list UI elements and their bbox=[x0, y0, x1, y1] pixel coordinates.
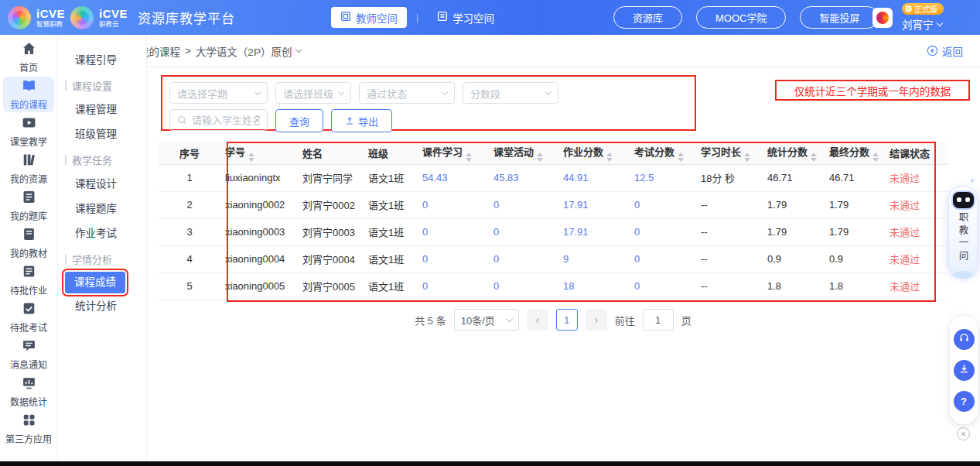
sidebar-item[interactable]: 待批作业 bbox=[3, 262, 54, 298]
sidebar-item[interactable]: 我的课程 bbox=[3, 77, 54, 112]
column-header[interactable]: 课堂活动 bbox=[489, 142, 558, 164]
pagination: 共 5 条 10条/页 ‹ 1 › 前往 页 bbox=[159, 309, 948, 331]
chevron-down-icon bbox=[442, 88, 448, 94]
sidebar-item[interactable]: 第三方应用 bbox=[3, 411, 54, 447]
column-header[interactable]: 学习时长 bbox=[696, 142, 763, 164]
sidebar-item[interactable]: 我的教材 bbox=[3, 225, 54, 261]
score-link-cell[interactable]: 0 bbox=[630, 218, 696, 245]
sort-icon[interactable] bbox=[744, 152, 750, 162]
sort-icon[interactable] bbox=[537, 152, 543, 162]
score-link-cell[interactable]: 0 bbox=[489, 272, 558, 300]
nav-pill[interactable]: 智能投屏 bbox=[800, 6, 879, 29]
class-select[interactable]: 请选择班级 bbox=[275, 82, 351, 104]
nav-pill[interactable]: 资源库 bbox=[613, 6, 682, 29]
filter-area-annotation-box: 请选择学期 请选择班级 通过状态 分数段 bbox=[161, 75, 696, 131]
page-number-button[interactable]: 1 bbox=[556, 309, 578, 331]
pass-status-select[interactable]: 通过状态 bbox=[359, 82, 455, 104]
sidebar-item[interactable]: 待批考试 bbox=[3, 300, 54, 335]
score-link-cell[interactable]: 0 bbox=[489, 218, 558, 245]
column-header[interactable]: 考试分数 bbox=[630, 142, 696, 164]
score-link-cell[interactable]: 17.91 bbox=[558, 218, 630, 245]
submenu-item[interactable]: 统计分析 bbox=[58, 295, 146, 318]
score-link-cell[interactable]: 0 bbox=[489, 191, 558, 218]
score-link-cell[interactable]: 0 bbox=[418, 218, 489, 245]
submenu-item[interactable]: 班级管理 bbox=[58, 123, 146, 146]
download-button[interactable] bbox=[954, 360, 975, 381]
score-link-cell[interactable]: 0 bbox=[418, 272, 489, 300]
export-button[interactable]: 导出 bbox=[331, 109, 392, 132]
score-link-cell[interactable]: 9 bbox=[558, 245, 630, 272]
submenu-item[interactable]: 作业考试 bbox=[58, 222, 146, 245]
score-range-select[interactable]: 分数段 bbox=[463, 82, 558, 104]
sort-icon[interactable] bbox=[606, 152, 613, 162]
assistant-label: 职教一问 bbox=[956, 212, 971, 263]
sort-icon[interactable] bbox=[811, 152, 817, 162]
score-link-cell[interactable]: 0 bbox=[630, 245, 696, 272]
submenu-item[interactable]: 课程管理 bbox=[58, 98, 146, 122]
search-icon bbox=[177, 115, 187, 125]
score-link-cell[interactable]: 17.91 bbox=[558, 191, 630, 218]
sort-icon[interactable] bbox=[466, 152, 472, 162]
next-page-button[interactable]: › bbox=[586, 309, 607, 331]
app-icon[interactable] bbox=[872, 8, 893, 28]
sidebar-item[interactable]: 我的资源 bbox=[3, 151, 54, 187]
assistant-widget[interactable]: 职教一问 bbox=[948, 186, 978, 277]
book-icon bbox=[22, 78, 36, 95]
column-header[interactable]: 最终分数 bbox=[825, 142, 885, 164]
page-size-select[interactable]: 10条/页 bbox=[454, 309, 519, 331]
student-name-input[interactable] bbox=[192, 115, 260, 126]
score-link-cell[interactable]: 0 bbox=[418, 191, 489, 218]
submenu-item[interactable]: 课程题库 bbox=[58, 197, 146, 221]
score-link-cell[interactable]: 18 bbox=[558, 272, 630, 300]
sidebar-item[interactable]: 首页 bbox=[3, 39, 54, 75]
tab-teacher-space[interactable]: 教师空间 bbox=[331, 7, 407, 28]
sidebar-item[interactable]: 数据统计 bbox=[3, 374, 54, 409]
column-header: 姓名 bbox=[298, 142, 364, 164]
breadcrumb: ◎ 当前位置: 我的课程 > 大学语文（2P）原创 返回 bbox=[58, 35, 980, 67]
sort-icon[interactable] bbox=[248, 152, 254, 162]
search-button[interactable]: 查询 bbox=[275, 109, 323, 132]
help-button[interactable]: ? bbox=[954, 391, 975, 412]
chevron-down-icon bbox=[254, 88, 261, 94]
column-header[interactable]: 统计分数 bbox=[763, 142, 825, 164]
semester-select[interactable]: 请选择学期 bbox=[169, 82, 268, 104]
cell: 1.79 bbox=[763, 218, 825, 245]
column-header[interactable]: 作业分数 bbox=[558, 142, 630, 164]
sort-icon[interactable] bbox=[678, 152, 684, 162]
column-header[interactable]: 学号 bbox=[220, 142, 298, 164]
score-link-cell[interactable]: 12.5 bbox=[630, 164, 696, 191]
message-icon bbox=[22, 338, 36, 355]
customer-service-button[interactable] bbox=[954, 329, 975, 350]
score-link-cell[interactable]: 0 bbox=[418, 245, 489, 272]
score-link-cell[interactable]: 45.83 bbox=[489, 164, 558, 191]
submenu-item[interactable]: 课程成绩 bbox=[65, 272, 125, 293]
export-icon bbox=[345, 116, 354, 125]
back-button[interactable]: 返回 bbox=[927, 43, 963, 59]
status-cell: 未通过 bbox=[885, 272, 948, 300]
sidebar-item[interactable]: 我的题库 bbox=[3, 188, 54, 224]
column-header[interactable]: 课件学习 bbox=[418, 142, 489, 164]
nav-pill[interactable]: MOOC学院 bbox=[696, 6, 786, 29]
cell: -- bbox=[696, 191, 763, 218]
submenu-item[interactable]: 课程引导 bbox=[58, 49, 146, 72]
status-cell: 未通过 bbox=[885, 218, 948, 245]
close-floating-toolbar-button[interactable]: ✕ bbox=[957, 427, 970, 440]
breadcrumb-current[interactable]: 大学语文（2P）原创 bbox=[196, 43, 302, 59]
video-icon bbox=[22, 115, 36, 132]
sidebar-item[interactable]: 课堂教学 bbox=[3, 114, 54, 149]
score-link-cell[interactable]: 0 bbox=[630, 272, 696, 300]
submenu-item[interactable]: 课程设计 bbox=[58, 173, 146, 196]
goto-page-input[interactable] bbox=[643, 309, 674, 331]
score-link-cell[interactable]: 0 bbox=[630, 191, 696, 218]
table-row: 2xiaoning0002刘宵宁0002语文1班0017.910--1.791.… bbox=[159, 191, 948, 218]
prev-page-button[interactable]: ‹ bbox=[527, 309, 548, 331]
sidebar-item[interactable]: 消息通知 bbox=[3, 337, 54, 372]
tab-learning-space[interactable]: 学习空间 bbox=[428, 7, 504, 28]
sort-icon[interactable] bbox=[872, 152, 879, 162]
score-link-cell[interactable]: 54.43 bbox=[418, 164, 489, 191]
user-menu[interactable]: 刘宵宁 bbox=[902, 16, 942, 32]
score-link-cell[interactable]: 44.91 bbox=[558, 164, 630, 191]
cell: 1.79 bbox=[825, 218, 885, 245]
sidebar-item-label: 我的资源 bbox=[10, 172, 47, 185]
score-link-cell[interactable]: 0 bbox=[489, 245, 558, 272]
